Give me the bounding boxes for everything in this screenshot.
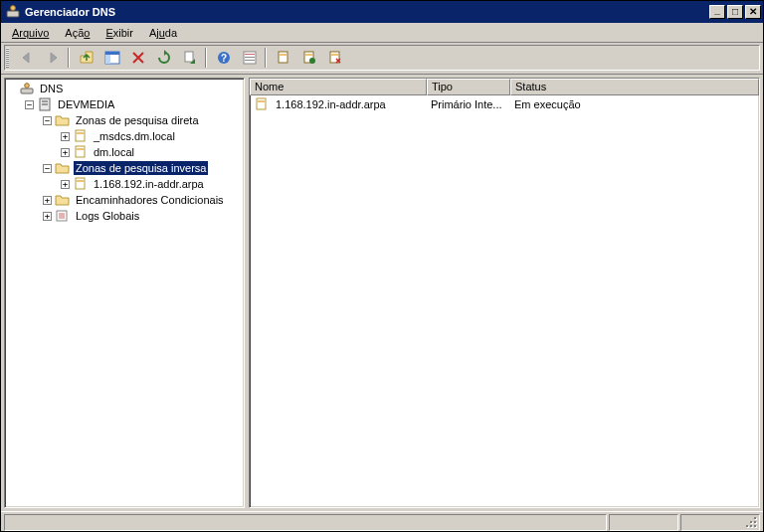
expand-icon[interactable]: + [61,148,70,157]
tree-zone-msdcs[interactable]: + _msdcs.dm.local [61,128,244,144]
status-cell-2 [609,514,678,531]
refresh-button[interactable] [152,47,175,69]
svg-point-1 [11,6,16,11]
status-cell-3 [680,514,760,531]
up-button[interactable] [75,47,97,69]
resize-grip[interactable] [746,517,758,529]
cell-name: 1.168.192.in-addr.arpa [276,98,386,110]
show-hide-tree-button[interactable] [100,47,123,69]
tree-pane[interactable]: DNS − DEVMEDIA [4,78,245,508]
svg-rect-29 [77,180,84,182]
svg-rect-13 [280,54,286,56]
svg-rect-26 [76,146,85,157]
logs-icon [55,208,71,224]
expand-icon[interactable]: + [43,196,52,205]
close-button[interactable]: ✕ [745,5,761,19]
title-bar: Gerenciador DNS _ □ ✕ [1,1,763,23]
tree-zone-dmlocal[interactable]: + dm.local [61,144,244,160]
svg-rect-9 [245,54,255,55]
properties-button[interactable] [238,47,261,69]
status-bar [1,511,763,532]
forward-button[interactable] [41,47,64,69]
svg-point-16 [309,58,315,64]
tree-root[interactable]: DNS [7,81,244,96]
tree-server[interactable]: − DEVMEDIA [25,96,244,112]
svg-rect-10 [245,57,255,58]
tree-forward-zones[interactable]: − Zonas de pesquisa direta [43,112,244,128]
column-type[interactable]: Tipo [427,79,510,95]
tree-conditional-forwarders[interactable]: + Encaminhadores Condicionais [43,192,244,208]
svg-point-20 [25,84,30,89]
dns-icon [19,81,35,96]
list-header: Nome Tipo Status [250,79,759,95]
svg-rect-5 [185,52,193,62]
menu-arquivo[interactable]: Arquivo [5,25,56,41]
svg-rect-22 [42,100,48,102]
column-name[interactable]: Nome [250,79,427,95]
maximize-button[interactable]: □ [727,5,743,19]
menu-ajuda[interactable]: Ajuda [142,25,184,41]
back-button[interactable] [15,47,38,69]
status-cell-1 [4,514,607,531]
menu-exibir[interactable]: Exibir [98,25,140,41]
zone-icon [73,128,89,144]
action2-button[interactable] [297,47,320,69]
svg-rect-15 [305,54,312,56]
svg-rect-28 [76,178,85,189]
collapse-icon[interactable]: − [43,164,52,173]
list-pane[interactable]: Nome Tipo Status 1.168.192.in-addr.arpa … [249,78,760,508]
toolbar: ? [4,45,760,71]
tree-global-logs[interactable]: + Logs Globais [43,208,244,224]
cell-status: Em execução [510,97,759,111]
svg-text:?: ? [220,53,226,64]
expand-icon[interactable]: + [43,212,52,221]
zone-icon [73,144,89,160]
collapse-icon[interactable]: − [43,116,52,125]
svg-rect-3 [105,52,119,55]
svg-rect-18 [331,54,338,56]
delete-button[interactable] [126,47,149,69]
svg-rect-32 [258,100,265,102]
window-title: Gerenciador DNS [25,6,709,18]
zone-icon [254,96,270,112]
tree-zone-reverse-1[interactable]: + 1.168.192.in-addr.arpa [61,176,244,192]
svg-rect-25 [77,132,84,134]
zone-icon [73,176,89,192]
action3-button[interactable] [323,47,346,69]
menu-acao[interactable]: Ação [58,25,96,41]
list-body[interactable]: 1.168.192.in-addr.arpa Primário Inte... … [250,95,759,507]
column-status[interactable]: Status [510,79,759,95]
folder-open-icon [55,160,71,176]
server-icon [37,96,53,112]
svg-rect-27 [77,148,84,150]
folder-icon [55,192,71,208]
minimize-button[interactable]: _ [709,5,725,19]
svg-rect-0 [7,11,19,17]
expand-icon[interactable]: + [61,132,70,141]
help-button[interactable]: ? [212,47,235,69]
svg-rect-19 [21,89,33,93]
list-row[interactable]: 1.168.192.in-addr.arpa Primário Inte... … [250,95,759,112]
toolbar-container: ? [1,43,763,75]
cell-type: Primário Inte... [427,97,510,111]
export-button[interactable] [178,47,201,69]
menu-bar: Arquivo Ação Exibir Ajuda [1,23,763,43]
svg-rect-4 [105,55,110,64]
svg-rect-12 [279,52,287,63]
tree-reverse-zones[interactable]: − Zonas de pesquisa inversa [43,160,244,176]
folder-open-icon [55,112,71,128]
svg-rect-11 [245,60,255,61]
svg-rect-31 [257,98,266,109]
client-area: DNS − DEVMEDIA [1,75,763,511]
svg-rect-23 [42,103,48,105]
app-icon [5,4,21,20]
action1-button[interactable] [272,47,294,69]
collapse-icon[interactable]: − [25,100,34,109]
expand-icon[interactable]: + [61,180,70,189]
svg-rect-24 [76,130,85,141]
